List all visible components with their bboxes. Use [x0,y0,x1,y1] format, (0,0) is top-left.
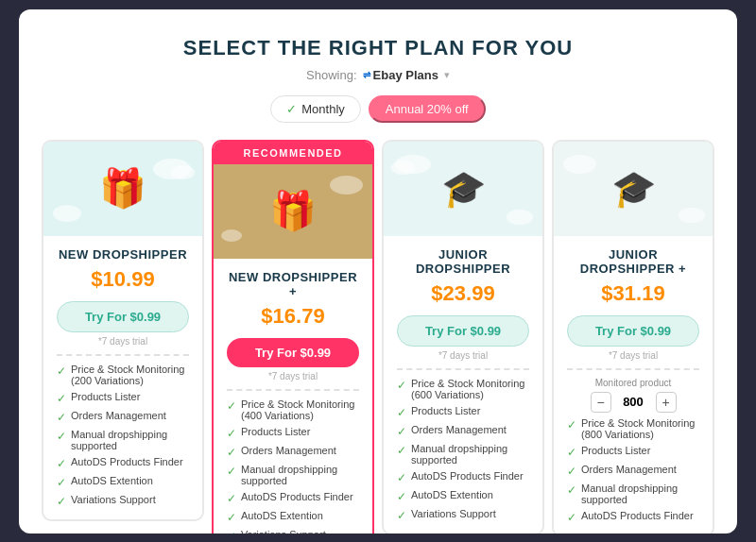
check-icon: ✓ [397,444,406,457]
list-item: ✓Products Lister [227,426,359,440]
list-item: ✓AutoDS Extention [57,475,189,489]
check-icon: ✓ [286,102,297,116]
try-button[interactable]: Try For $0.99 [227,338,359,367]
list-item: ✓Manual dropshipping supported [227,464,359,486]
plan-body: JUNIOR DROPSHIPPER $23.99 Try For $0.99 … [384,236,542,534]
list-item: ✓Products Lister [567,445,699,459]
feature-list: ✓Price & Stock Monitoring (200 Variation… [57,364,189,508]
monitored-product-label: Monitored product [567,378,699,388]
try-button[interactable]: Try For $0.99 [567,315,699,347]
divider [397,368,529,370]
check-icon: ✓ [227,446,236,459]
check-icon: ✓ [57,495,66,508]
try-button[interactable]: Try For $0.99 [57,301,189,332]
list-item: ✓Manual dropshipping supported [57,429,189,451]
list-item: ✓AutoDS Products Finder [567,510,699,524]
check-icon: ✓ [567,511,576,524]
subtitle: Showing: ⇌ Ebay Plans ▾ [42,68,714,82]
check-icon: ✓ [227,530,236,534]
plan-price: $10.99 [57,267,189,292]
list-item: ✓AutoDS Products Finder [227,491,359,505]
check-icon: ✓ [57,457,66,470]
check-icon: ✓ [57,392,66,405]
check-icon: ✓ [567,483,576,497]
trial-note: *7 days trial [567,350,699,361]
list-item: ✓Variations Support [397,508,529,522]
list-item: ✓Manual dropshipping supported [397,443,529,466]
plan-image-new-dropshipper: 🎁 [43,142,202,236]
plan-price: $16.79 [227,304,359,329]
page-title: SELECT THE RIGHT PLAN FOR YOU [42,36,714,60]
recommended-badge: RECOMMENDED [214,142,372,164]
list-item: ✓Orders Management [57,410,189,424]
plan-name: JUNIOR DROPSHIPPER [397,247,529,276]
check-icon: ✓ [227,427,236,440]
plan-price: $23.99 [397,281,529,306]
check-icon: ✓ [567,446,576,459]
divider [567,368,699,370]
list-item: ✓AutoDS Extention [227,510,359,524]
feature-list: ✓Price & Stock Monitoring (400 Variation… [227,398,359,534]
plan-image-junior-dropshipper: 🎓 [384,142,542,236]
annual-toggle-button[interactable]: Annual 20% off [369,95,486,123]
trial-note: *7 days trial [397,350,529,361]
divider [227,389,359,391]
plan-price: $31.19 [567,281,699,306]
plan-name: NEW DROPSHIPPER [57,247,189,262]
check-icon: ✓ [397,425,406,438]
ebay-icon: ⇌ [363,70,370,80]
plan-card-junior-dropshipper: 🎓 JUNIOR DROPSHIPPER $23.99 Try For $0.9… [382,140,544,534]
check-icon: ✓ [227,399,236,413]
list-item: ✓Variations Support [57,494,189,508]
plan-card-new-dropshipper: 🎁 NEW DROPSHIPPER $10.99 Try For $0.99 *… [42,140,204,521]
feature-list: ✓Price & Stock Monitoring (600 Variation… [397,378,529,522]
list-item: ✓Orders Management [397,424,529,438]
check-icon: ✓ [567,418,576,432]
check-icon: ✓ [227,465,236,478]
list-item: ✓Price & Stock Monitoring (400 Variation… [227,398,359,421]
graduation-image: 🎓 [441,168,486,210]
try-button[interactable]: Try For $0.99 [397,315,529,347]
plan-body: JUNIOR DROPSHIPPER + $31.19 Try For $0.9… [554,236,713,534]
gift-image: 🎁 [269,189,317,233]
list-item: ✓Orders Management [567,464,699,478]
plan-body: NEW DROPSHIPPER + $16.79 Try For $0.99 *… [214,259,372,534]
pricing-modal: SELECT THE RIGHT PLAN FOR YOU Showing: ⇌… [19,9,737,534]
plan-name: NEW DROPSHIPPER + [227,270,359,298]
check-icon: ✓ [227,492,236,505]
plan-card-new-dropshipper-plus: RECOMMENDED 🎁 NEW DROPSHIPPER + $16.79 T… [212,140,374,534]
plan-body: NEW DROPSHIPPER $10.99 Try For $0.99 *7 … [43,236,202,519]
monthly-toggle-button[interactable]: ✓ Monthly [270,95,361,123]
trial-note: *7 days trial [227,371,359,381]
check-icon: ✓ [57,364,66,378]
divider [57,354,189,356]
decrement-button[interactable]: − [591,392,611,413]
check-icon: ✓ [397,379,406,392]
billing-toggle: ✓ Monthly Annual 20% off [42,95,714,123]
increment-button[interactable]: + [656,392,677,413]
list-item: ✓Orders Management [227,445,359,459]
list-item: ✓Price & Stock Monitoring (800 Variation… [567,417,699,440]
plans-container: 🎁 NEW DROPSHIPPER $10.99 Try For $0.99 *… [42,140,714,534]
check-icon: ✓ [227,511,236,524]
ebay-label: ⇌ Ebay Plans [363,68,438,82]
check-icon: ✓ [57,411,66,424]
check-icon: ✓ [57,430,66,443]
list-item: ✓AutoDS Products Finder [397,470,529,484]
feature-list: ✓Price & Stock Monitoring (800 Variation… [567,417,699,524]
chevron-down-icon: ▾ [444,69,450,81]
check-icon: ✓ [397,406,406,419]
monitored-product-stepper: − 800 + [567,392,699,413]
list-item: ✓AutoDS Products Finder [57,456,189,470]
plan-name: JUNIOR DROPSHIPPER + [567,247,699,276]
list-item: ✓Price & Stock Monitoring (200 Variation… [57,364,189,386]
graduation-image: 🎓 [611,168,656,210]
check-icon: ✓ [397,490,406,503]
plan-card-junior-dropshipper-plus: 🎓 JUNIOR DROPSHIPPER + $31.19 Try For $0… [552,140,714,534]
check-icon: ✓ [397,471,406,484]
list-item: ✓Variations Support [227,529,359,534]
check-icon: ✓ [397,509,406,522]
plan-image-junior-dropshipper-plus: 🎓 [554,142,713,236]
gift-image: 🎁 [99,166,146,211]
check-icon: ✓ [57,476,66,489]
